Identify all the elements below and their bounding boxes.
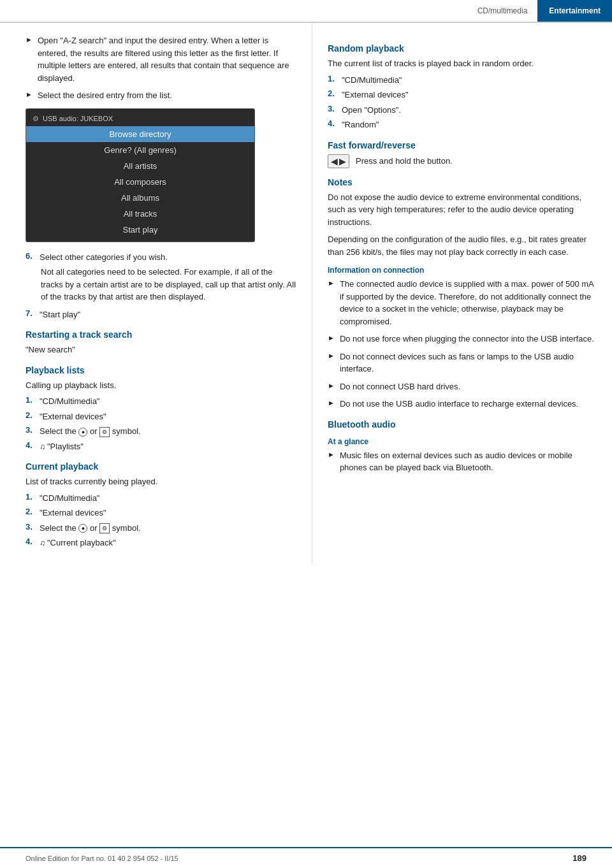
usb-menu-item[interactable]: Genre? (All genres) xyxy=(26,142,254,158)
info-bullet-item: ►The connected audio device is supplied … xyxy=(328,278,597,328)
playback-lists-heading: Playback lists xyxy=(26,365,296,375)
step-text: ♫"Playlists" xyxy=(40,440,84,453)
current-step-item: 2."External devices" xyxy=(26,507,296,519)
step-text: "External devices" xyxy=(40,507,106,519)
usb-menu-item[interactable]: All albums xyxy=(26,190,254,206)
random-playback-heading: Random playback xyxy=(328,43,597,54)
info-bullet-text: The connected audio device is supplied w… xyxy=(340,278,597,328)
info-bullet-item: ►Do not connect USB hard drives. xyxy=(328,380,597,393)
usb-title-bar: ⚙ USB audio: JUKEBOX xyxy=(26,113,254,126)
ata-bullet-text: Music files on external devices such as … xyxy=(340,449,597,474)
page-wrapper: CD/multimedia Entertainment ► Open "A-Z … xyxy=(0,0,612,841)
random-step-item: 1."CD/Multimedia" xyxy=(328,74,597,87)
notes-heading: Notes xyxy=(328,177,597,187)
info-bullet-text: Do not connect devices such as fans or l… xyxy=(340,351,597,375)
step-7-text: "Start play" xyxy=(40,308,80,321)
random-intro: The current list of tracks is played bac… xyxy=(328,57,597,70)
info-bullet-item: ►Do not use force when plugging the conn… xyxy=(328,333,597,345)
page-footer: Online Edition for Part no. 01 40 2 954 … xyxy=(0,847,612,868)
info-bullet-arrow-icon: ► xyxy=(328,279,335,287)
forward-icon[interactable]: ▶ xyxy=(339,156,346,166)
playback-step-item: 2."External devices" xyxy=(26,410,296,423)
step-text: "External devices" xyxy=(40,410,106,423)
current-step-item: 4.♫"Current playback" xyxy=(26,537,296,549)
step-num: 1. xyxy=(26,492,36,502)
playback-steps-list: 1."CD/Multimedia"2."External devices"3.S… xyxy=(26,395,296,452)
usb-menu-image: ⚙ USB audio: JUKEBOX Browse directoryGen… xyxy=(26,108,255,242)
step-6-detail-text: Not all categories need to be selected. … xyxy=(41,267,296,301)
info-bullet-text: Do not use the USB audio interface to re… xyxy=(340,398,578,410)
step-num: 4. xyxy=(328,119,338,128)
current-playback-heading: Current playback xyxy=(26,461,296,472)
step-6-num: 6. xyxy=(26,251,36,261)
step-num: 4. xyxy=(26,440,36,450)
random-steps-list: 1."CD/Multimedia"2."External devices"3.O… xyxy=(328,74,597,131)
current-playback-intro: List of tracks currently being played. xyxy=(26,475,296,488)
playback-step-item: 3.Select the ● or ⚙ symbol. xyxy=(26,425,296,438)
info-bullet-item: ►Do not connect devices such as fans or … xyxy=(328,351,597,375)
step-7-item: 7. "Start play" xyxy=(26,308,296,321)
usb-menu-item[interactable]: Start play xyxy=(26,222,254,238)
step-text: "External devices" xyxy=(342,89,409,101)
rewind-icon[interactable]: ◀ xyxy=(331,156,338,166)
bullet-arrow-icon: ► xyxy=(26,36,33,43)
footer-page-number: 189 xyxy=(572,853,586,863)
usb-menu-item[interactable]: Browse directory xyxy=(26,126,254,142)
step-num: 1. xyxy=(26,395,36,405)
step-6-detail: Not all categories need to be selected. … xyxy=(41,266,296,303)
random-step-item: 4."Random" xyxy=(328,119,597,131)
usb-title-text: USB audio: JUKEBOX xyxy=(43,115,113,122)
current-steps-list: 1."CD/Multimedia"2."External devices"3.S… xyxy=(26,492,296,549)
step-text: "CD/Multimedia" xyxy=(342,74,402,87)
step-num: 3. xyxy=(328,104,338,113)
step-num: 3. xyxy=(26,425,36,435)
current-step-item: 3.Select the ● or ⚙ symbol. xyxy=(26,522,296,535)
step-num: 3. xyxy=(26,522,36,532)
ata-heading: At a glance xyxy=(328,437,597,446)
step-num: 2. xyxy=(26,507,36,516)
footer-text: Online Edition for Part no. 01 40 2 954 … xyxy=(26,855,178,862)
info-bullet-arrow-icon: ► xyxy=(328,382,335,389)
step-6-item: 6. Select other categories if you wish. xyxy=(26,251,296,264)
page-content: ► Open "A-Z search" and input the desire… xyxy=(0,23,612,563)
bullet-arrow-icon-2: ► xyxy=(26,90,33,98)
usb-gear-icon: ⚙ xyxy=(33,115,39,123)
playback-step-item: 4.♫"Playlists" xyxy=(26,440,296,453)
ff-row: ◀ ▶ Press and hold the button. xyxy=(328,154,597,168)
usb-menu-item[interactable]: All artists xyxy=(26,158,254,174)
current-step-item: 1."CD/Multimedia" xyxy=(26,492,296,505)
info-bullet-arrow-icon: ► xyxy=(328,399,335,407)
random-step-item: 2."External devices" xyxy=(328,89,597,101)
bullet-item-select-entry: ► Select the desired entry from the list… xyxy=(26,89,296,102)
header-cd-label: CD/multimedia xyxy=(467,6,538,15)
ata-bullet-arrow-icon: ► xyxy=(328,451,335,458)
page-header: CD/multimedia Entertainment xyxy=(0,0,612,23)
step-text: Select the ● or ⚙ symbol. xyxy=(40,522,141,535)
ff-text: Press and hold the button. xyxy=(356,155,453,168)
bullet-select-entry-text: Select the desired entry from the list. xyxy=(38,89,172,102)
ata-bullet-item: ► Music files on external devices such a… xyxy=(328,449,597,474)
step-num: 2. xyxy=(328,89,338,98)
step-6-text: Select other categories if you wish. xyxy=(40,251,168,264)
ff-heading: Fast forward/reverse xyxy=(328,140,597,150)
bullet-item-az-search: ► Open "A-Z search" and input the desire… xyxy=(26,34,296,84)
playback-intro: Calling up playback lists. xyxy=(26,379,296,392)
info-bullet-text: Do not use force when plugging the conne… xyxy=(340,333,594,345)
info-bullet-item: ►Do not use the USB audio interface to r… xyxy=(328,398,597,410)
step-text: ♫"Current playback" xyxy=(40,537,116,549)
ff-buttons[interactable]: ◀ ▶ xyxy=(328,154,349,168)
bluetooth-heading: Bluetooth audio xyxy=(328,419,597,430)
notes-text-2: Depending on the configuration of the au… xyxy=(328,233,597,258)
usb-menu-list: Browse directoryGenre? (All genres)All a… xyxy=(26,126,254,238)
left-column: ► Open "A-Z search" and input the desire… xyxy=(0,23,312,563)
info-bullet-arrow-icon: ► xyxy=(328,334,335,342)
step-7-num: 7. xyxy=(26,308,36,318)
step-text: "Random" xyxy=(342,119,379,131)
bullet-az-search-text: Open "A-Z search" and input the desired … xyxy=(38,34,296,84)
usb-menu-item[interactable]: All tracks xyxy=(26,206,254,222)
usb-menu-item[interactable]: All composers xyxy=(26,174,254,190)
info-connection-heading: Information on connection xyxy=(328,266,597,275)
right-column: Random playback The current list of trac… xyxy=(312,23,612,563)
main-area: ► Open "A-Z search" and input the desire… xyxy=(0,23,612,841)
step-num: 2. xyxy=(26,410,36,420)
